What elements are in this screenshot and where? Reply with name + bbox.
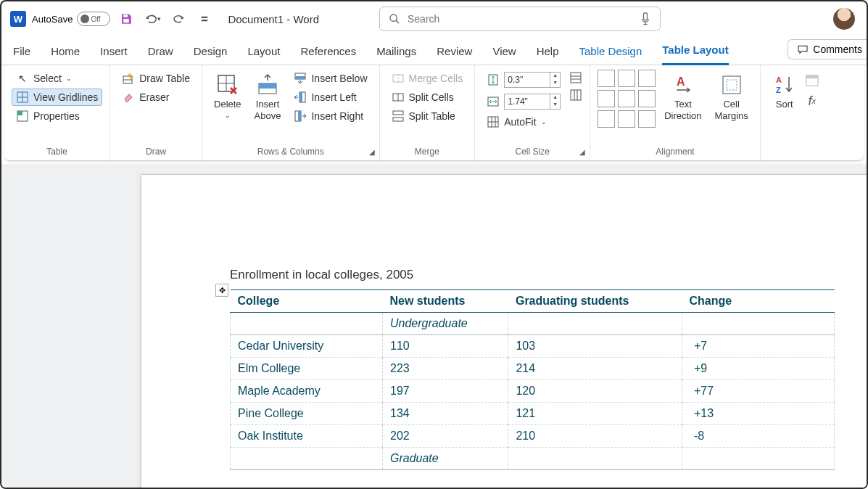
table-subheader[interactable]: Graduate (231, 448, 835, 470)
properties-button[interactable]: Properties (12, 107, 102, 125)
col-width-field[interactable]: 1.74"▲▼ (482, 91, 565, 112)
eraser-label: Eraser (139, 91, 169, 103)
header-change[interactable]: Change (682, 290, 835, 313)
align-top-left[interactable] (598, 70, 615, 87)
svg-rect-26 (393, 111, 403, 115)
tab-references[interactable]: References (300, 45, 356, 65)
table-row[interactable]: Oak Institute202210 -8 (231, 425, 835, 448)
view-gridlines-button[interactable]: View Gridlines (12, 89, 102, 106)
autosave-toggle[interactable]: AutoSave Off (32, 12, 110, 26)
search-icon (389, 13, 400, 25)
align-middle-left[interactable] (598, 90, 615, 107)
tab-view[interactable]: View (492, 45, 516, 65)
align-middle-center[interactable] (618, 90, 635, 107)
svg-rect-46 (806, 75, 818, 79)
formula-icon[interactable]: fx (806, 94, 819, 107)
sort-button[interactable]: AZSort (768, 70, 801, 113)
split-cells-button[interactable]: Split Cells (387, 89, 468, 106)
insert-right-button[interactable]: Insert Right (289, 107, 371, 125)
align-middle-right[interactable] (638, 90, 656, 107)
align-top-center[interactable] (618, 70, 635, 87)
header-new[interactable]: New students (383, 290, 508, 313)
align-bottom-right[interactable] (638, 110, 656, 128)
header-grad[interactable]: Graduating students (508, 290, 682, 313)
header-college[interactable]: College (231, 290, 383, 313)
split-table-button[interactable]: Split Table (387, 107, 468, 125)
autofit-button[interactable]: AutoFit ⌄ (482, 113, 565, 131)
microphone-icon[interactable] (640, 12, 651, 26)
tab-draw[interactable]: Draw (148, 45, 173, 65)
table-caption[interactable]: Enrollment in local colleges, 2005 (230, 268, 867, 282)
group-alignment: AText Direction Cell Margins Alignment (590, 65, 761, 160)
distribute-rows-button[interactable] (569, 71, 582, 84)
title-bar: W AutoSave Off ▾ 〓 Document1 - Word (1, 1, 867, 36)
svg-rect-42 (727, 80, 737, 90)
insert-above-button[interactable]: Insert Above (250, 70, 286, 124)
table-row[interactable]: Maple Academy197120+77 (231, 380, 835, 403)
dialog-launcher-icon[interactable]: ◢ (579, 148, 585, 156)
gridlines-label: View Gridlines (33, 91, 98, 103)
table-row[interactable]: Cedar University110103+7 (231, 335, 835, 358)
tab-table-design[interactable]: Table Design (579, 45, 642, 65)
redo-button[interactable] (168, 9, 189, 29)
enrollment-table[interactable]: College New students Graduating students… (230, 289, 835, 470)
height-spinner[interactable]: ▲▼ (550, 72, 561, 88)
merge-cells-label: Merge Cells (409, 73, 463, 84)
cell-margins-label: Cell Margins (715, 99, 748, 121)
insert-right-label: Insert Right (311, 110, 363, 122)
svg-line-2 (396, 20, 399, 23)
properties-icon (16, 110, 29, 123)
insert-below-label: Insert Below (311, 73, 367, 84)
merge-cells-icon (392, 72, 405, 85)
tab-review[interactable]: Review (437, 45, 472, 65)
width-icon (487, 95, 500, 108)
eraser-button[interactable]: Eraser (117, 89, 194, 106)
dialog-launcher-icon[interactable]: ◢ (369, 148, 375, 156)
repeat-header-icon[interactable] (806, 74, 819, 87)
distribute-cols-button[interactable] (569, 89, 582, 102)
search-box[interactable] (379, 7, 661, 31)
split-table-label: Split Table (409, 110, 455, 122)
table-subheader[interactable]: Undergraduate (231, 313, 835, 335)
cell-margins-button[interactable]: Cell Margins (711, 70, 753, 124)
row-height-field[interactable]: 0.3"▲▼ (482, 70, 565, 90)
ribbon: ↖Select ⌄ View Gridlines Properties Tabl… (4, 65, 864, 161)
tab-insert[interactable]: Insert (100, 45, 128, 65)
text-direction-button[interactable]: AText Direction (660, 70, 706, 124)
insert-below-button[interactable]: Insert Below (289, 70, 371, 87)
document-content[interactable]: Enrollment in local colleges, 2005 Colle… (141, 175, 867, 470)
search-input[interactable] (408, 13, 632, 25)
save-button[interactable] (116, 9, 136, 29)
text-direction-label: Text Direction (664, 99, 701, 121)
delete-button[interactable]: Delete⌄ (210, 70, 246, 122)
draw-table-button[interactable]: Draw Table (117, 70, 194, 87)
width-input[interactable]: 1.74" (504, 94, 550, 110)
width-spinner[interactable]: ▲▼ (550, 94, 561, 110)
group-table: ↖Select ⌄ View Gridlines Properties Tabl… (4, 65, 110, 160)
group-rows-columns: Delete⌄ Insert Above Insert Below Insert… (202, 65, 380, 160)
table-row[interactable]: Elm College223214+9 (231, 358, 835, 380)
height-input[interactable]: 0.3" (504, 72, 550, 88)
comments-button[interactable]: Comments (788, 39, 868, 59)
table-move-handle[interactable]: ✥ (215, 284, 228, 297)
tab-design[interactable]: Design (194, 45, 228, 65)
toggle-switch[interactable]: Off (77, 12, 110, 26)
tab-table-layout[interactable]: Table Layout (662, 44, 728, 65)
table-row[interactable]: Pine College134121+13 (231, 403, 835, 425)
draw-table-label: Draw Table (139, 73, 190, 84)
select-button[interactable]: ↖Select ⌄ (12, 70, 102, 87)
tab-home[interactable]: Home (51, 45, 80, 65)
tab-layout[interactable]: Layout (247, 45, 280, 65)
undo-button[interactable]: ▾ (142, 9, 162, 29)
customize-qat-button[interactable]: 〓 (194, 9, 215, 29)
pencil-table-icon (122, 72, 135, 85)
tab-help[interactable]: Help (537, 45, 559, 65)
user-avatar[interactable] (833, 8, 855, 30)
align-bottom-center[interactable] (618, 110, 635, 128)
group-data: AZSort fx (761, 65, 826, 160)
tab-mailings[interactable]: Mailings (376, 45, 416, 65)
tab-file[interactable]: File (13, 45, 30, 65)
insert-left-button[interactable]: Insert Left (289, 89, 371, 106)
align-top-right[interactable] (638, 70, 656, 87)
align-bottom-left[interactable] (598, 110, 615, 128)
